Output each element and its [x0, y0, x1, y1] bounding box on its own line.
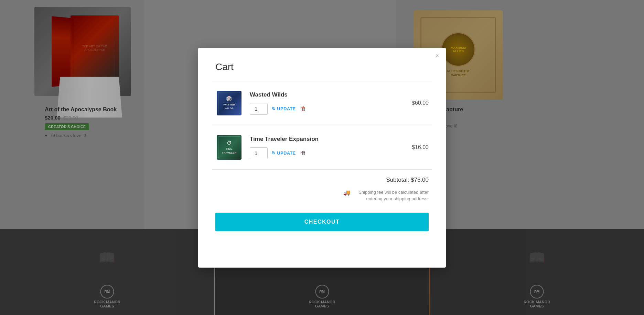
subtotal-row: Subtotal: $76.00	[215, 170, 429, 189]
wasted-wilds-image: 🎲 WASTEDWILDS	[215, 89, 243, 117]
shipping-text: Shipping fee will be calculated after en…	[353, 189, 429, 202]
time-traveler-price: $16.00	[412, 144, 429, 150]
subtotal-label: Subtotal:	[386, 177, 409, 183]
cart-item-time-traveler: ⏱ TIMETRAVELER Time Traveler Expansion ↻…	[215, 125, 429, 169]
close-button[interactable]: ×	[435, 53, 439, 59]
wasted-wilds-details: Wasted Wilds ↻ UPDATE 🗑	[250, 91, 405, 115]
truck-icon: 🚚	[343, 189, 350, 196]
time-traveler-box: ⏱ TIMETRAVELER	[217, 135, 242, 160]
wasted-wilds-price: $60.00	[412, 100, 429, 106]
refresh-icon-2: ↻	[272, 150, 276, 156]
time-traveler-update-button[interactable]: ↻ UPDATE	[272, 150, 296, 156]
wasted-wilds-name: Wasted Wilds	[250, 91, 405, 98]
wasted-wilds-controls: ↻ UPDATE 🗑	[250, 103, 405, 115]
checkout-button[interactable]: CHECKOUT	[215, 213, 429, 231]
wasted-wilds-quantity[interactable]	[250, 103, 268, 115]
cart-modal: × Cart 🎲 WASTEDWILDS Wasted Wilds ↻	[198, 48, 446, 268]
cart-item-wasted-wilds: 🎲 WASTEDWILDS Wasted Wilds ↻ UPDATE 🗑	[215, 81, 429, 125]
time-traveler-image: ⏱ TIMETRAVELER	[215, 134, 243, 161]
trash-icon-1: 🗑	[301, 106, 306, 112]
shipping-notice: 🚚 Shipping fee will be calculated after …	[215, 189, 429, 213]
subtotal-value: $76.00	[411, 177, 429, 183]
wasted-wilds-box: 🎲 WASTEDWILDS	[217, 91, 242, 115]
refresh-icon-1: ↻	[272, 106, 276, 111]
time-traveler-quantity[interactable]	[250, 147, 268, 159]
time-traveler-delete-button[interactable]: 🗑	[300, 149, 307, 157]
wasted-wilds-update-button[interactable]: ↻ UPDATE	[272, 106, 296, 111]
wasted-wilds-delete-button[interactable]: 🗑	[300, 105, 307, 113]
modal-overlay: × Cart 🎲 WASTEDWILDS Wasted Wilds ↻	[0, 0, 644, 315]
trash-icon-2: 🗑	[301, 150, 306, 156]
time-traveler-controls: ↻ UPDATE 🗑	[250, 147, 405, 159]
modal-title: Cart	[215, 61, 429, 72]
time-traveler-name: Time Traveler Expansion	[250, 136, 405, 143]
time-traveler-details: Time Traveler Expansion ↻ UPDATE 🗑	[250, 136, 405, 159]
